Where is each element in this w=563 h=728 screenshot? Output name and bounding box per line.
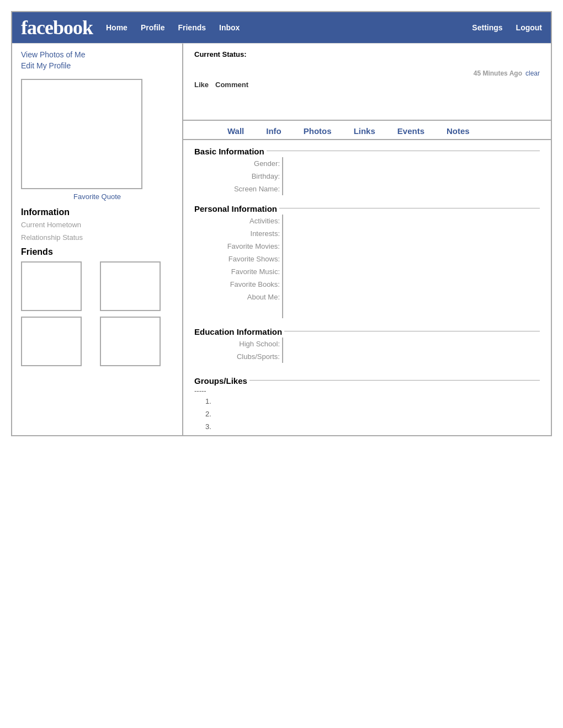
tab-info[interactable]: Info	[255, 124, 293, 139]
status-clear-btn[interactable]: clear	[525, 69, 540, 77]
relationship-label: Relationship Status	[21, 233, 173, 242]
friend-photo-1	[21, 261, 82, 311]
navbar: facebook Home Profile Friends Inbox Sett…	[12, 12, 551, 43]
tab-notes[interactable]: Notes	[435, 124, 481, 139]
basic-info-table: Gender: Birthday: Screen Name:	[194, 157, 540, 195]
information-title: Information	[21, 207, 173, 217]
education-divider	[284, 331, 540, 331]
groups-list: 1. 2. 3.	[194, 397, 540, 431]
navbar-links: Home Profile Friends Inbox	[106, 23, 472, 32]
personal-info-title: Personal Information	[194, 204, 277, 213]
personal-info-section: Personal Information Activities: Interes…	[183, 197, 551, 318]
personal-info-table: Activities: Interests: Favorite Movies: …	[194, 215, 540, 318]
education-info-section: Education Information High School: Clubs…	[183, 320, 551, 363]
tab-events[interactable]: Events	[386, 124, 435, 139]
fav-shows-value	[283, 253, 540, 265]
personal-info-header: Personal Information	[194, 204, 540, 213]
friend-photo-3	[21, 317, 82, 366]
facebook-logo: facebook	[21, 16, 93, 39]
friend-photo-2	[100, 261, 161, 311]
high-school-value	[283, 338, 540, 350]
main-layout: View Photos of Me Edit My Profile Favori…	[12, 43, 551, 435]
comment-button[interactable]: Comment	[215, 81, 248, 89]
education-info-title: Education Information	[194, 327, 282, 336]
fav-movies-value	[283, 240, 540, 253]
groups-title: Groups/Likes	[194, 376, 247, 386]
list-item: 2.	[205, 410, 540, 418]
favorite-quote-link[interactable]: Favorite Quote	[21, 192, 173, 201]
content-area: Current Status: 45 Minutes Ago clear Lik…	[183, 44, 551, 435]
basic-info-header: Basic Information	[194, 147, 540, 156]
table-row: Gender:	[194, 157, 540, 170]
gender-value	[283, 157, 540, 170]
clubs-sports-value	[283, 350, 540, 363]
profile-tabs: Wall Info Photos Links Events Notes	[183, 121, 551, 140]
status-actions: Like Comment	[194, 81, 540, 89]
fav-books-label: Favorite Books:	[194, 278, 283, 291]
table-row: About Me:	[194, 291, 540, 318]
basic-divider	[267, 151, 540, 151]
nav-logout[interactable]: Logout	[516, 23, 542, 32]
tab-wall[interactable]: Wall	[216, 124, 255, 139]
fav-books-value	[283, 278, 540, 291]
nav-inbox[interactable]: Inbox	[219, 23, 240, 32]
interests-label: Interests:	[194, 227, 283, 240]
high-school-label: High School:	[194, 338, 283, 350]
sidebar: View Photos of Me Edit My Profile Favori…	[12, 44, 183, 435]
screen-name-value	[283, 183, 540, 195]
edit-profile-link[interactable]: Edit My Profile	[21, 61, 173, 70]
education-info-header: Education Information	[194, 327, 540, 336]
screen-name-label: Screen Name:	[194, 183, 283, 195]
about-me-label: About Me:	[194, 291, 283, 318]
navbar-right: Settings Logout	[472, 23, 542, 32]
status-section: Current Status: 45 Minutes Ago clear Lik…	[183, 44, 551, 121]
fav-shows-label: Favorite Shows:	[194, 253, 283, 265]
nav-settings[interactable]: Settings	[472, 23, 502, 32]
fav-music-value	[283, 265, 540, 278]
personal-divider	[279, 208, 540, 208]
interests-value	[283, 227, 540, 240]
groups-dashes: -----	[194, 387, 540, 395]
groups-header: Groups/Likes	[194, 376, 540, 386]
status-time: 45 Minutes Ago	[474, 69, 522, 77]
birthday-label: Birthday:	[194, 170, 283, 183]
table-row: Activities:	[194, 215, 540, 227]
basic-info-title: Basic Information	[194, 147, 264, 156]
table-row: Favorite Music:	[194, 265, 540, 278]
list-item: 1.	[205, 397, 540, 405]
table-row: Birthday:	[194, 170, 540, 183]
education-info-table: High School: Clubs/Sports:	[194, 338, 540, 363]
tab-links[interactable]: Links	[343, 124, 386, 139]
hometown-label: Current Hometown	[21, 221, 173, 229]
about-me-value	[283, 291, 540, 318]
groups-section: Groups/Likes ----- 1. 2. 3.	[183, 365, 551, 431]
clubs-sports-label: Clubs/Sports:	[194, 350, 283, 363]
activities-value	[283, 215, 540, 227]
table-row: Favorite Movies:	[194, 240, 540, 253]
groups-divider	[249, 380, 540, 381]
like-button[interactable]: Like	[194, 81, 209, 89]
basic-info-section: Basic Information Gender: Birthday: Scre…	[183, 140, 551, 195]
nav-home[interactable]: Home	[106, 23, 128, 32]
nav-friends[interactable]: Friends	[178, 23, 206, 32]
table-row: Interests:	[194, 227, 540, 240]
list-item: 3.	[205, 422, 540, 431]
table-row: Favorite Shows:	[194, 253, 540, 265]
status-time-row: 45 Minutes Ago clear	[194, 69, 540, 77]
friend-photo-4	[100, 317, 161, 366]
status-label: Current Status:	[194, 50, 540, 58]
table-row: High School:	[194, 338, 540, 350]
gender-label: Gender:	[194, 157, 283, 170]
activities-label: Activities:	[194, 215, 283, 227]
table-row: Clubs/Sports:	[194, 350, 540, 363]
fav-movies-label: Favorite Movies:	[194, 240, 283, 253]
birthday-value	[283, 170, 540, 183]
fav-music-label: Favorite Music:	[194, 265, 283, 278]
tab-photos[interactable]: Photos	[293, 124, 343, 139]
view-photos-link[interactable]: View Photos of Me	[21, 50, 173, 59]
nav-profile[interactable]: Profile	[141, 23, 165, 32]
table-row: Screen Name:	[194, 183, 540, 195]
profile-photo-box	[21, 79, 142, 189]
table-row: Favorite Books:	[194, 278, 540, 291]
friends-title: Friends	[21, 247, 173, 257]
